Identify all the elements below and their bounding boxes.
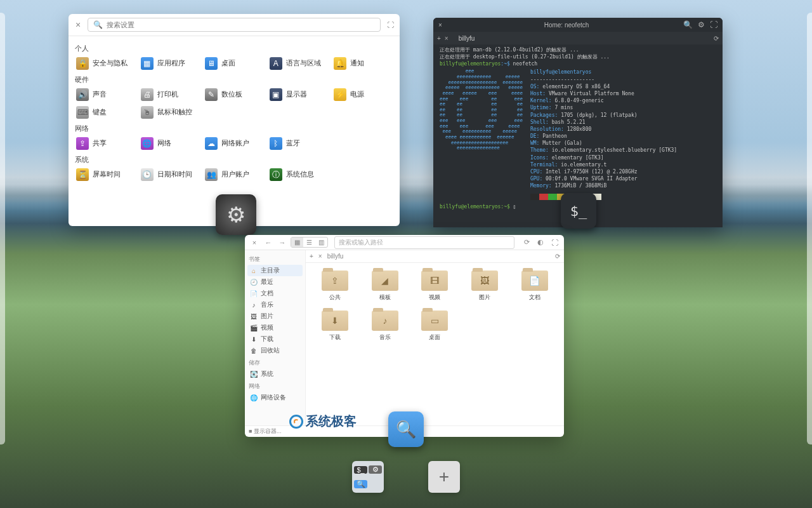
item-notify[interactable]: 🔔通知 bbox=[332, 56, 393, 71]
search-input[interactable] bbox=[107, 21, 375, 29]
terminal-app-icon[interactable]: $_ bbox=[561, 193, 596, 229]
item-sound[interactable]: 🔊声音 bbox=[75, 87, 136, 102]
pictures-folder-icon: 🖼 bbox=[471, 271, 498, 291]
neofetch-output: eee eeeeeeeeeeee eeeee eeeeeeeeeeeeeeeee… bbox=[440, 69, 716, 199]
item-screentime[interactable]: ⏳屏幕时间 bbox=[75, 167, 136, 182]
files-header: × ← → ▦ ☰ ▥ 搜索或输入路径 ⟳ ◐ ⛶ bbox=[245, 235, 564, 250]
folder-pictures[interactable]: 🖼图片 bbox=[463, 271, 507, 302]
sb-pictures[interactable]: 🖼图片 bbox=[247, 311, 303, 322]
folder-templates[interactable]: ◢模板 bbox=[363, 271, 407, 302]
folder-documents[interactable]: 📄文档 bbox=[513, 271, 556, 302]
close-tab-icon[interactable]: × bbox=[318, 253, 322, 260]
folder-desktop[interactable]: ▭桌面 bbox=[413, 311, 457, 342]
workspace-edge-right bbox=[807, 13, 812, 444]
files-app-icon[interactable]: 🔍 bbox=[388, 411, 424, 447]
term-prompt-line: billyfu@elementaryos:~$ neofetch bbox=[440, 61, 716, 68]
grid-view-icon[interactable]: ▦ bbox=[291, 237, 303, 247]
folder-videos[interactable]: 🎞视频 bbox=[413, 271, 457, 302]
item-display[interactable]: ▣显示器 bbox=[268, 87, 329, 102]
gear-icon[interactable]: ⚙ bbox=[698, 20, 705, 29]
lock-icon: 🔒 bbox=[76, 57, 89, 70]
keyboard-icon: ⌨ bbox=[76, 106, 89, 119]
column-view-icon[interactable]: ▥ bbox=[315, 237, 327, 247]
home-icon: ⌂ bbox=[250, 267, 258, 274]
view-switcher[interactable]: ▦ ☰ ▥ bbox=[291, 237, 328, 248]
color-palette bbox=[530, 194, 677, 200]
mini-terminal-icon: $_ bbox=[354, 466, 367, 474]
sb-videos[interactable]: 🎬视频 bbox=[247, 322, 303, 333]
settings-search[interactable]: 🔍 bbox=[88, 18, 381, 32]
sync-icon[interactable]: ⟳ bbox=[555, 253, 560, 260]
sb-home[interactable]: ⌂主目录 bbox=[247, 265, 303, 276]
sync-icon[interactable]: ⟳ bbox=[714, 35, 719, 42]
back-icon[interactable]: ← bbox=[263, 239, 274, 246]
maximize-icon[interactable]: ⛶ bbox=[710, 20, 717, 29]
settings-app-icon[interactable]: ⚙ bbox=[216, 194, 256, 235]
files-tab[interactable]: billyfu bbox=[327, 253, 344, 260]
network-icon: 🌐 bbox=[250, 394, 258, 401]
workspace-current[interactable]: $_ ⚙ 🔍 bbox=[352, 461, 384, 493]
item-share[interactable]: ⇪共享 bbox=[75, 136, 136, 151]
files-main: + × billyfu ⟳ ⇪公共 ◢模板 🎞视频 🖼图片 📄文档 ⬇下载 ♪音… bbox=[306, 250, 564, 425]
new-tab-icon[interactable]: + bbox=[437, 35, 441, 42]
watermark-logo-icon bbox=[289, 415, 303, 429]
maximize-icon[interactable]: ⛶ bbox=[384, 21, 396, 29]
item-tablet[interactable]: ✎数位板 bbox=[204, 87, 265, 102]
sb-music[interactable]: ♪音乐 bbox=[247, 299, 303, 311]
sb-bookmarks-heading: 书签 bbox=[249, 255, 301, 264]
item-about[interactable]: ⓘ系统信息 bbox=[268, 167, 329, 182]
display-icon: ▣ bbox=[270, 88, 282, 101]
folder-music[interactable]: ♪音乐 bbox=[363, 311, 407, 342]
item-printer[interactable]: 🖨打印机 bbox=[140, 87, 200, 102]
section-system: 系统 bbox=[75, 155, 393, 164]
item-desktop[interactable]: 🖥桌面 bbox=[204, 56, 265, 71]
term-line: 正在处理用于 desktop-file-utils (0.27-2build1)… bbox=[440, 54, 716, 61]
section-hardware: 硬件 bbox=[75, 75, 393, 84]
terminal-tab[interactable]: billyfu bbox=[452, 34, 481, 43]
maximize-icon[interactable]: ⛶ bbox=[549, 239, 560, 246]
close-icon[interactable]: × bbox=[72, 20, 84, 30]
item-security[interactable]: 🔒安全与隐私 bbox=[75, 56, 136, 71]
item-users[interactable]: 👥用户账户 bbox=[204, 167, 265, 182]
videos-folder-icon: 🎞 bbox=[421, 271, 448, 291]
files-window[interactable]: × ← → ▦ ☰ ▥ 搜索或输入路径 ⟳ ◐ ⛶ 书签 ⌂主目录 🕘最近 📄文… bbox=[245, 235, 564, 437]
list-view-icon[interactable]: ☰ bbox=[303, 237, 315, 247]
item-datetime[interactable]: 🕒日期和时间 bbox=[140, 167, 200, 182]
new-tab-icon[interactable]: + bbox=[310, 253, 313, 260]
sb-recent[interactable]: 🕘最近 bbox=[247, 276, 303, 288]
item-online[interactable]: ☁网络账户 bbox=[204, 136, 265, 151]
videos-icon: 🎬 bbox=[250, 324, 258, 331]
sb-network[interactable]: 🌐网络设备 bbox=[247, 392, 303, 403]
item-network[interactable]: 🌐网络 bbox=[140, 136, 200, 151]
item-locale[interactable]: A语言与区域 bbox=[268, 56, 329, 71]
sb-documents[interactable]: 📄文档 bbox=[247, 288, 303, 299]
reload-icon[interactable]: ⟳ bbox=[521, 238, 532, 246]
item-keyboard[interactable]: ⌨键盘 bbox=[75, 105, 136, 120]
close-icon[interactable]: × bbox=[249, 239, 260, 246]
close-icon[interactable]: × bbox=[438, 22, 450, 29]
close-tab-icon[interactable]: × bbox=[445, 35, 449, 42]
info-icon[interactable]: ◐ bbox=[535, 238, 546, 246]
speaker-icon: 🔊 bbox=[76, 88, 89, 101]
item-bluetooth[interactable]: ᛒ蓝牙 bbox=[268, 136, 329, 151]
folder-downloads[interactable]: ⬇下载 bbox=[313, 311, 357, 342]
workspace-add[interactable]: + bbox=[428, 461, 460, 493]
sb-system[interactable]: 💽系统 bbox=[247, 368, 303, 380]
sb-network-heading: 网络 bbox=[249, 382, 301, 391]
mini-gear-icon: ⚙ bbox=[369, 465, 382, 474]
folder-public[interactable]: ⇪公共 bbox=[313, 271, 357, 302]
search-icon: 🔍 bbox=[93, 20, 103, 29]
item-apps[interactable]: ▦应用程序 bbox=[140, 56, 200, 71]
path-input[interactable]: 搜索或输入路径 bbox=[334, 236, 514, 249]
search-icon[interactable]: 🔍 bbox=[683, 20, 693, 29]
item-mouse[interactable]: 🖱鼠标和触控 bbox=[140, 105, 200, 120]
forward-icon[interactable]: → bbox=[277, 239, 288, 246]
bluetooth-icon: ᛒ bbox=[270, 137, 282, 150]
sb-trash[interactable]: 🗑回收站 bbox=[247, 345, 303, 356]
cloud-icon: ☁ bbox=[205, 137, 218, 150]
share-folder-icon: ⇪ bbox=[322, 271, 348, 291]
item-power[interactable]: ⚡电源 bbox=[332, 87, 393, 102]
sb-downloads[interactable]: ⬇下载 bbox=[247, 333, 303, 345]
downloads-folder-icon: ⬇ bbox=[322, 311, 348, 331]
mini-search-icon: 🔍 bbox=[354, 480, 367, 488]
